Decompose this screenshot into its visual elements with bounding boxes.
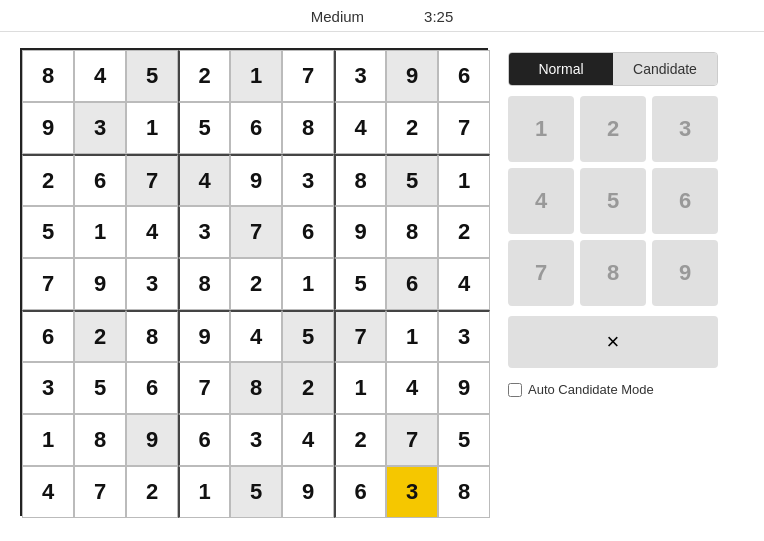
- num-button-9[interactable]: 9: [652, 240, 718, 306]
- cell-53[interactable]: 3: [438, 310, 490, 362]
- cell-32[interactable]: 6: [282, 206, 334, 258]
- cell-39[interactable]: 8: [178, 258, 230, 310]
- cell-27[interactable]: 5: [22, 206, 74, 258]
- cell-2[interactable]: 5: [126, 50, 178, 102]
- cell-42[interactable]: 5: [334, 258, 386, 310]
- cell-4[interactable]: 1: [230, 50, 282, 102]
- numpad: 123456789: [508, 96, 718, 306]
- cell-9[interactable]: 9: [22, 102, 74, 154]
- cell-33[interactable]: 9: [334, 206, 386, 258]
- cell-1[interactable]: 4: [74, 50, 126, 102]
- cell-73[interactable]: 7: [74, 466, 126, 518]
- cell-21[interactable]: 4: [178, 154, 230, 206]
- cell-67[interactable]: 3: [230, 414, 282, 466]
- cell-44[interactable]: 4: [438, 258, 490, 310]
- cell-31[interactable]: 7: [230, 206, 282, 258]
- cell-47[interactable]: 8: [126, 310, 178, 362]
- num-button-1[interactable]: 1: [508, 96, 574, 162]
- num-button-7[interactable]: 7: [508, 240, 574, 306]
- cell-7[interactable]: 9: [386, 50, 438, 102]
- cell-66[interactable]: 6: [178, 414, 230, 466]
- cell-30[interactable]: 3: [178, 206, 230, 258]
- cell-48[interactable]: 9: [178, 310, 230, 362]
- cell-24[interactable]: 8: [334, 154, 386, 206]
- cell-71[interactable]: 5: [438, 414, 490, 466]
- cell-46[interactable]: 2: [74, 310, 126, 362]
- cell-16[interactable]: 2: [386, 102, 438, 154]
- main-content: 8452173969315684272674938515143769827938…: [0, 32, 764, 532]
- cell-75[interactable]: 1: [178, 466, 230, 518]
- cell-55[interactable]: 5: [74, 362, 126, 414]
- cell-22[interactable]: 9: [230, 154, 282, 206]
- cell-61[interactable]: 4: [386, 362, 438, 414]
- cell-74[interactable]: 2: [126, 466, 178, 518]
- cell-14[interactable]: 8: [282, 102, 334, 154]
- cell-12[interactable]: 5: [178, 102, 230, 154]
- cell-17[interactable]: 7: [438, 102, 490, 154]
- cell-35[interactable]: 2: [438, 206, 490, 258]
- cell-28[interactable]: 1: [74, 206, 126, 258]
- cell-8[interactable]: 6: [438, 50, 490, 102]
- num-button-5[interactable]: 5: [580, 168, 646, 234]
- cell-56[interactable]: 6: [126, 362, 178, 414]
- cell-77[interactable]: 9: [282, 466, 334, 518]
- cell-41[interactable]: 1: [282, 258, 334, 310]
- cell-19[interactable]: 6: [74, 154, 126, 206]
- cell-50[interactable]: 5: [282, 310, 334, 362]
- cell-69[interactable]: 2: [334, 414, 386, 466]
- cell-0[interactable]: 8: [22, 50, 74, 102]
- num-button-8[interactable]: 8: [580, 240, 646, 306]
- cell-76[interactable]: 5: [230, 466, 282, 518]
- cell-72[interactable]: 4: [22, 466, 74, 518]
- cell-68[interactable]: 4: [282, 414, 334, 466]
- cell-3[interactable]: 2: [178, 50, 230, 102]
- cell-40[interactable]: 2: [230, 258, 282, 310]
- cell-52[interactable]: 1: [386, 310, 438, 362]
- cell-25[interactable]: 5: [386, 154, 438, 206]
- cell-23[interactable]: 3: [282, 154, 334, 206]
- cell-15[interactable]: 4: [334, 102, 386, 154]
- num-button-3[interactable]: 3: [652, 96, 718, 162]
- cell-11[interactable]: 1: [126, 102, 178, 154]
- cell-18[interactable]: 2: [22, 154, 74, 206]
- cell-70[interactable]: 7: [386, 414, 438, 466]
- num-button-6[interactable]: 6: [652, 168, 718, 234]
- cell-6[interactable]: 3: [334, 50, 386, 102]
- cell-60[interactable]: 1: [334, 362, 386, 414]
- cell-49[interactable]: 4: [230, 310, 282, 362]
- auto-candidate-label: Auto Candidate Mode: [528, 382, 654, 397]
- cell-34[interactable]: 8: [386, 206, 438, 258]
- cell-10[interactable]: 3: [74, 102, 126, 154]
- cell-59[interactable]: 2: [282, 362, 334, 414]
- cell-5[interactable]: 7: [282, 50, 334, 102]
- cell-57[interactable]: 7: [178, 362, 230, 414]
- cell-26[interactable]: 1: [438, 154, 490, 206]
- auto-candidate-checkbox[interactable]: [508, 383, 522, 397]
- top-bar: Medium 3:25: [0, 0, 764, 32]
- cell-20[interactable]: 7: [126, 154, 178, 206]
- cell-64[interactable]: 8: [74, 414, 126, 466]
- cell-80[interactable]: 8: [438, 466, 490, 518]
- cell-58[interactable]: 8: [230, 362, 282, 414]
- cell-36[interactable]: 7: [22, 258, 74, 310]
- cell-79[interactable]: 3: [386, 466, 438, 518]
- cell-65[interactable]: 9: [126, 414, 178, 466]
- normal-mode-button[interactable]: Normal: [509, 53, 613, 85]
- num-button-4[interactable]: 4: [508, 168, 574, 234]
- candidate-mode-button[interactable]: Candidate: [613, 53, 717, 85]
- cell-29[interactable]: 4: [126, 206, 178, 258]
- cell-62[interactable]: 9: [438, 362, 490, 414]
- cell-43[interactable]: 6: [386, 258, 438, 310]
- delete-button[interactable]: ×: [508, 316, 718, 368]
- cell-78[interactable]: 6: [334, 466, 386, 518]
- cell-51[interactable]: 7: [334, 310, 386, 362]
- cell-45[interactable]: 6: [22, 310, 74, 362]
- cell-38[interactable]: 3: [126, 258, 178, 310]
- auto-candidate-row: Auto Candidate Mode: [508, 382, 718, 397]
- num-button-2[interactable]: 2: [580, 96, 646, 162]
- cell-63[interactable]: 1: [22, 414, 74, 466]
- sudoku-grid: 8452173969315684272674938515143769827938…: [20, 48, 488, 516]
- cell-13[interactable]: 6: [230, 102, 282, 154]
- cell-37[interactable]: 9: [74, 258, 126, 310]
- cell-54[interactable]: 3: [22, 362, 74, 414]
